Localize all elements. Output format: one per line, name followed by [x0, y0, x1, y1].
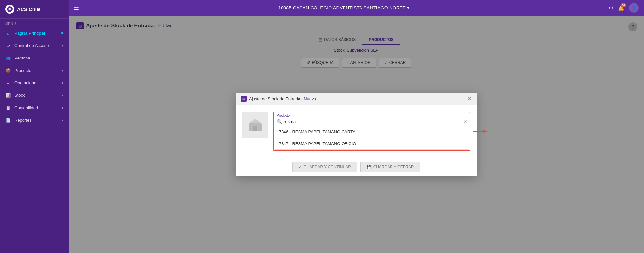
product-icon: 📦	[5, 67, 11, 73]
product-search-row: 🔍 ✕	[275, 117, 469, 126]
modal-dialog: ▤ Ajuste de Stock de Entrada: Nuevo ✕	[236, 93, 477, 176]
topbar-title: 10385 CASAN COLEGIO ADVENTISTA SANTIAGO …	[83, 5, 605, 10]
sidebar-item-control-acceso[interactable]: 🛡 Control de Acceso ▾	[0, 39, 69, 52]
app-name: ACS Chile	[17, 7, 41, 12]
chevron-down-icon: ▾	[62, 44, 63, 47]
search-icon: 🔍	[277, 119, 282, 124]
product-field-label: Producto	[275, 113, 469, 117]
home-icon: ⌂	[5, 30, 11, 36]
chevron-down-icon: ▾	[62, 81, 63, 85]
chevron-down-icon: ▾	[62, 106, 63, 110]
modal-title-text: Ajuste de Stock de Entrada:	[249, 96, 301, 101]
app-logo[interactable]: ACS Chile	[0, 0, 69, 19]
notification-badge: 50	[621, 3, 626, 7]
sidebar-item-label: Producto	[14, 68, 31, 73]
save-close-label: GUARDAR Y CERRAR	[373, 165, 414, 169]
sidebar-item-contabilidad[interactable]: 📋 Contabilidad ▾	[0, 101, 69, 114]
operations-icon: ≡	[5, 80, 11, 86]
save-continue-button[interactable]: ✓ GUARDAR Y CONTINUAR	[292, 162, 357, 172]
bell-icon[interactable]: 🔔 50	[618, 5, 624, 11]
user-icon: 👤	[631, 6, 636, 10]
sidebar-item-label: Página Principal	[14, 31, 45, 36]
hamburger-icon[interactable]: ☰	[74, 4, 79, 11]
topbar: ☰ 10385 CASAN COLEGIO ADVENTISTA SANTIAG…	[69, 0, 644, 16]
modal-title-action: Nuevo	[304, 96, 316, 101]
product-image	[242, 112, 268, 138]
shield-icon: 🛡	[5, 42, 11, 48]
reports-icon: 📄	[5, 117, 11, 123]
sidebar-item-label: Persona	[14, 56, 30, 60]
accounting-icon: 📋	[5, 105, 11, 110]
modal-fields: Producto 🔍 ✕	[273, 112, 470, 151]
red-arrow-indicator	[473, 128, 488, 134]
sidebar-item-label: Operaciones	[14, 80, 38, 85]
svg-marker-6	[483, 130, 488, 133]
product-field-wrapper: Producto 🔍 ✕	[273, 112, 470, 151]
product-search-input[interactable]	[284, 118, 461, 125]
sidebar-item-label: Reportes	[14, 118, 32, 123]
svg-rect-4	[253, 126, 257, 131]
sidebar-item-producto[interactable]: 📦 Producto ▾	[0, 64, 69, 76]
sidebar-item-operaciones[interactable]: ≡ Operaciones ▾	[0, 76, 69, 89]
topbar-chevron-icon[interactable]: ▾	[407, 5, 409, 10]
main-area: ☰ 10385 CASAN COLEGIO ADVENTISTA SANTIAG…	[69, 0, 644, 253]
save-close-icon: 💾	[367, 165, 372, 169]
dropdown-item-7346[interactable]: 7346 - RESMA PAPEL TAMAÑO CARTA	[275, 126, 469, 138]
save-close-button[interactable]: 💾 GUARDAR Y CERRAR	[360, 162, 420, 172]
active-dot	[61, 32, 63, 34]
modal-header: ▤ Ajuste de Stock de Entrada: Nuevo ✕	[236, 93, 477, 105]
topbar-title-text: 10385 CASAN COLEGIO ADVENTISTA SANTIAGO …	[278, 5, 406, 10]
logo-icon	[5, 5, 14, 14]
sidebar-item-label: Control de Acceso	[14, 43, 49, 48]
gear-icon[interactable]: ⚙	[609, 5, 613, 11]
sidebar-item-stock[interactable]: 📊 Stock ▾	[0, 89, 69, 101]
sidebar-item-label: Stock	[14, 93, 25, 98]
chevron-down-icon: ▾	[62, 93, 63, 97]
save-continue-icon: ✓	[299, 165, 302, 169]
modal-overlay: ▤ Ajuste de Stock de Entrada: Nuevo ✕	[69, 16, 644, 253]
product-dropdown: 7346 - RESMA PAPEL TAMAÑO CARTA 7347 - R…	[275, 126, 469, 150]
svg-marker-3	[249, 119, 262, 123]
modal-body: Producto 🔍 ✕	[236, 105, 477, 158]
dropdown-item-7347[interactable]: 7347 - RESMA PAPEL TAMAÑO OFICIO	[275, 138, 469, 149]
sidebar: ACS Chile MENÚ ⌂ Página Principal 🛡 Cont…	[0, 0, 69, 253]
person-icon: 👥	[5, 55, 11, 61]
sidebar-item-label: Contabilidad	[14, 105, 38, 110]
field-clear-button[interactable]: ✕	[463, 119, 467, 124]
user-avatar[interactable]: 👤	[629, 3, 639, 13]
modal-title: ▤ Ajuste de Stock de Entrada: Nuevo	[241, 96, 316, 102]
page-content: ▤ Ajuste de Stock de Entrada: Editar ▤ D…	[69, 16, 644, 253]
menu-label: MENÚ	[0, 19, 69, 27]
chevron-down-icon: ▾	[62, 118, 63, 122]
chevron-down-icon: ▾	[62, 69, 63, 72]
stock-icon: 📊	[5, 92, 11, 98]
modal-icon: ▤	[241, 96, 247, 102]
topbar-actions: ⚙ 🔔 50 👤	[609, 3, 639, 13]
sidebar-item-pagina-principal[interactable]: ⌂ Página Principal	[0, 27, 69, 39]
svg-point-1	[9, 8, 11, 10]
sidebar-item-reportes[interactable]: 📄 Reportes ▾	[0, 114, 69, 126]
modal-footer: ✓ GUARDAR Y CONTINUAR 💾 GUARDAR Y CERRAR	[236, 158, 477, 176]
save-continue-label: GUARDAR Y CONTINUAR	[303, 165, 351, 169]
sidebar-item-persona[interactable]: 👥 Persona	[0, 52, 69, 64]
modal-close-button[interactable]: ✕	[468, 96, 472, 101]
